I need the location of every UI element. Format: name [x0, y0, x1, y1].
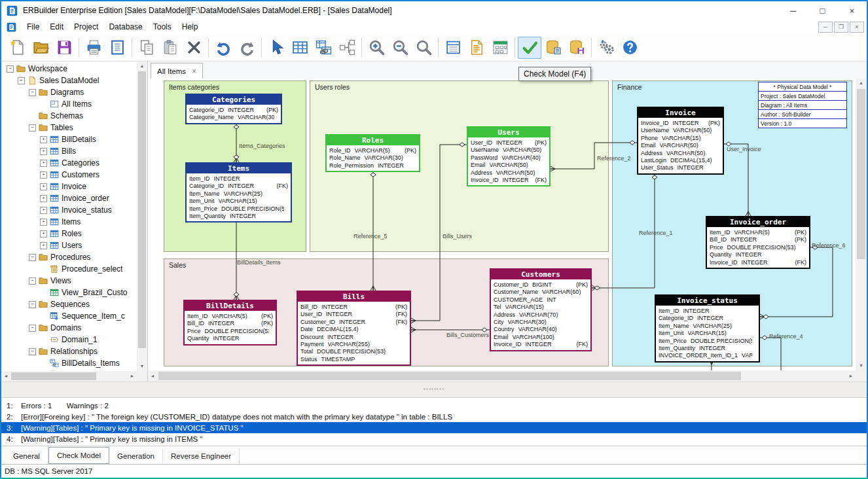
entity-users[interactable]: UsersUser_IDINTEGER(PK)UserNameVARCHAR(5…: [467, 126, 551, 186]
message-row[interactable]: 1:Errors : 1 Warnings : 2: [1, 400, 867, 411]
entity-invoice-order[interactable]: Invoice_orderItem_IDVARCHAR(5)(PK)Bill_I…: [706, 216, 810, 269]
tree-item-items[interactable]: +Items: [1, 216, 137, 228]
bottom-tab-check-model[interactable]: Check Model: [48, 447, 109, 464]
mdi-restore-button[interactable]: ❐: [834, 22, 848, 33]
tree-toggle-icon[interactable]: +: [40, 171, 47, 179]
tree-item-billdetails[interactable]: +BillDetails: [1, 133, 137, 145]
scroll-left-icon[interactable]: ◄: [148, 370, 157, 381]
bottom-tab-general[interactable]: General: [5, 449, 48, 463]
connector-user-invoice[interactable]: [724, 144, 748, 216]
script-document-button[interactable]: [465, 37, 488, 59]
bottom-tab-generation[interactable]: Generation: [109, 449, 163, 463]
zoom-out-button[interactable]: [388, 37, 412, 59]
tab-all-items[interactable]: All Items ×: [151, 63, 203, 79]
save-model-button[interactable]: [52, 37, 76, 59]
sidebar-horizontal-scrollbar[interactable]: ◄ ►: [1, 371, 137, 381]
tab-close-icon[interactable]: ×: [192, 67, 196, 76]
paste-button[interactable]: [158, 37, 182, 59]
sidebar-hscroll-thumb[interactable]: [11, 372, 96, 380]
save-database-button[interactable]: [565, 37, 588, 59]
tree-item-users[interactable]: +Users: [1, 240, 137, 251]
tree-item-invoice[interactable]: +Invoice: [1, 181, 137, 192]
tree-item-categories[interactable]: +Categories: [1, 157, 137, 169]
open-model-button[interactable]: [29, 37, 52, 59]
sidebar-vscroll-thumb[interactable]: [138, 71, 146, 348]
scroll-down-icon[interactable]: ▼: [137, 362, 147, 371]
scroll-up-icon[interactable]: ▲: [137, 62, 147, 71]
generate-database-button[interactable]: [541, 37, 565, 59]
minimize-button[interactable]: ─: [778, 2, 808, 20]
tree-item-domains[interactable]: −Domains: [1, 322, 137, 334]
check-model-button[interactable]: [518, 37, 541, 59]
tree-item-sales-datamodel[interactable]: −Sales DataModel: [1, 75, 137, 86]
tree-toggle-icon[interactable]: +: [40, 219, 47, 226]
print-button[interactable]: [82, 37, 105, 59]
sidebar-vertical-scrollbar[interactable]: ▲ ▼: [137, 62, 147, 371]
scroll-down-icon[interactable]: ▼: [856, 361, 867, 370]
tree-toggle-icon[interactable]: −: [29, 348, 36, 355]
menu-file[interactable]: File: [22, 21, 45, 33]
form-view-button[interactable]: [488, 37, 512, 59]
tree-toggle-icon[interactable]: +: [40, 136, 47, 143]
entity-bills[interactable]: BillsBill_IDINTEGER(PK)User_IDINTEGER(FK…: [297, 291, 411, 366]
auto-layout-button[interactable]: [335, 37, 359, 59]
tree-item-sequences[interactable]: −Sequences: [1, 298, 137, 310]
diagram-info-box[interactable]: * Physical Data Model *Project : Sales D…: [758, 82, 847, 128]
entity-items[interactable]: ItemsItem_IDINTEGERCategorie_IDINTEGER(F…: [185, 162, 292, 222]
canvas-vscroll-thumb[interactable]: [857, 89, 865, 259]
tree-item-all-items[interactable]: All Items: [1, 98, 137, 110]
menu-database[interactable]: Database: [103, 21, 147, 33]
notes-button[interactable]: [441, 37, 465, 59]
tree-toggle-icon[interactable]: −: [29, 277, 36, 285]
entity-categories[interactable]: CategoriesCategorie_IDINTEGER(PK)Categor…: [185, 94, 282, 124]
tree-item-invoice-status[interactable]: +Invoice_status: [1, 204, 137, 216]
tree-item-roles[interactable]: +Roles: [1, 228, 137, 240]
settings-button[interactable]: [594, 37, 618, 59]
tree-toggle-icon[interactable]: +: [40, 230, 47, 238]
zoom-button[interactable]: [412, 37, 435, 59]
tree-item-views[interactable]: −Views: [1, 275, 137, 287]
redo-button[interactable]: [235, 37, 259, 59]
help-button[interactable]: [618, 37, 642, 59]
tree-toggle-icon[interactable]: −: [29, 89, 36, 96]
close-button[interactable]: ×: [837, 2, 867, 20]
tree-toggle-icon[interactable]: −: [18, 77, 25, 84]
zoom-in-button[interactable]: [365, 37, 388, 59]
tree-toggle-icon[interactable]: +: [40, 242, 47, 249]
message-row[interactable]: 2:[Error][Foreing key] : " The foreign k…: [1, 411, 867, 422]
entity-roles[interactable]: RolesRole_IDVARCHAR(5)(PK)Role_NameVARCH…: [325, 134, 420, 172]
entity-customers[interactable]: CustomersCustomer_IDBIGINT(PK)Customer_N…: [490, 268, 592, 351]
menu-project[interactable]: Project: [69, 21, 103, 33]
tree-toggle-icon[interactable]: −: [29, 325, 36, 332]
entity-billdetails[interactable]: BillDetailsItem_IDVARCHAR(5)(PK)Bill_IDI…: [183, 300, 277, 346]
scroll-up-icon[interactable]: ▲: [856, 79, 867, 88]
tree-toggle-icon[interactable]: −: [29, 124, 36, 132]
message-row[interactable]: 3:[Warning][Tables] : " Primary key is m…: [1, 422, 867, 433]
copy-button[interactable]: [135, 37, 158, 59]
tree-toggle-icon[interactable]: +: [40, 183, 47, 190]
tree-item-schemas[interactable]: Schemas: [1, 110, 137, 122]
new-relationship-button[interactable]: [312, 37, 335, 59]
canvas-vertical-scrollbar[interactable]: ▲ ▼: [856, 79, 867, 370]
tree-item-customers[interactable]: +Customers: [1, 169, 137, 181]
canvas-hscroll-thumb[interactable]: [158, 372, 741, 380]
tree-item-invoice-order[interactable]: +Invoice_order: [1, 192, 137, 204]
new-table-button[interactable]: [288, 37, 312, 59]
message-row[interactable]: 4:[Warning][Tables] : " Primary key is m…: [1, 433, 867, 444]
tree-item-sequence-item-c[interactable]: Sequence_Item_c: [1, 310, 137, 322]
tree-toggle-icon[interactable]: −: [29, 301, 36, 308]
entity-invoice-status[interactable]: Invoice_statusItem_IDINTEGERCategorie_ID…: [655, 294, 760, 363]
tree-item-diagrams[interactable]: −Diagrams: [1, 86, 137, 98]
tree-item-workspace[interactable]: −Workspace: [1, 63, 137, 75]
delete-button[interactable]: [182, 37, 206, 59]
scroll-left-icon[interactable]: ◄: [1, 371, 10, 381]
print-preview-button[interactable]: [105, 37, 129, 59]
tree-toggle-icon[interactable]: +: [40, 160, 47, 167]
panel-splitter[interactable]: ........: [1, 381, 867, 398]
maximize-button[interactable]: □: [808, 2, 837, 20]
tree-toggle-icon[interactable]: +: [40, 195, 47, 202]
diagram-canvas[interactable]: Items categoriesUsers rolesFinanceSalesC…: [148, 79, 856, 370]
tree-item-view-brazil-custo[interactable]: View_Brazil_Custo: [1, 287, 137, 298]
connector-reference-4[interactable]: [760, 338, 781, 370]
tree-item-billdetails-items[interactable]: BillDetails_Items: [1, 357, 137, 369]
